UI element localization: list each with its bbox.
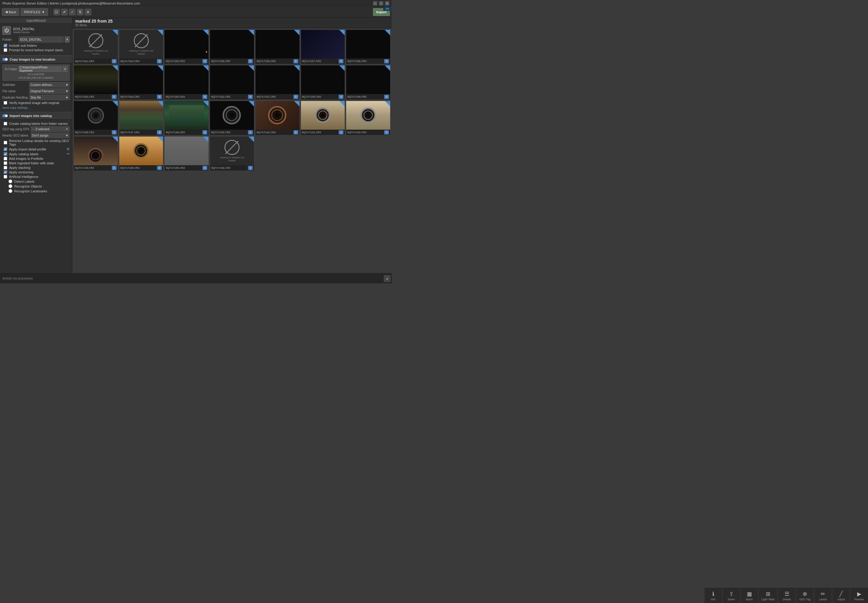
recognize-objects-label: Recognize Objects xyxy=(14,184,42,188)
recognize-landmarks-radio[interactable] xyxy=(8,189,12,193)
image-cell[interactable]: 8Q7A7141.CR20 xyxy=(301,101,345,135)
reverse-lookup-label: Reverse Lookup details for existing GEO … xyxy=(9,139,69,146)
more-settings-link[interactable]: more copy settings... xyxy=(2,106,30,110)
reverse-lookup-checkbox[interactable] xyxy=(4,141,7,144)
verify-checkbox[interactable] xyxy=(4,101,7,105)
create-labels-checkbox[interactable] xyxy=(4,122,7,125)
image-cell[interactable]: missing or medium notloaded 8Q7A7161.CR2… xyxy=(74,29,118,64)
verify-label: Verify ingested image with original xyxy=(9,101,59,105)
image-thumbnail xyxy=(165,136,208,165)
check2-button[interactable]: ✓ xyxy=(69,9,76,15)
to-folder-dropdown[interactable]: ▼ xyxy=(63,66,68,72)
title-bar: Photo Supreme Server Edition | Admin | p… xyxy=(0,0,392,7)
image-cell[interactable]: 8Q7A7151.CR20 xyxy=(255,65,300,100)
geo-clear-button[interactable]: ✕ xyxy=(65,127,68,131)
image-label: 8Q7A7148.CR20 xyxy=(74,130,118,135)
image-cell[interactable]: 8Q7A7139.CR20 xyxy=(74,136,118,171)
image-thumbnail: missing or medium notloaded xyxy=(119,30,163,59)
status-expand-button[interactable]: ▲ xyxy=(384,275,390,282)
apply-versioning-checkbox[interactable] xyxy=(4,170,7,174)
image-cell[interactable]: 8Q7A7155.CR20 xyxy=(74,65,118,100)
image-filename: 8Q7A7157.CR2 xyxy=(302,60,321,63)
image-cell[interactable]: 8Q7A7154.CR20 xyxy=(119,65,163,100)
apply-detail-checkbox[interactable] xyxy=(4,147,7,151)
selection-mark xyxy=(248,136,254,142)
import-toggle-switch[interactable] xyxy=(2,114,8,117)
image-thumbnail xyxy=(165,65,208,94)
image-label: 8Q7A7156.CR20 xyxy=(346,59,390,64)
image-cell[interactable]: 8Q7A7147.CR20 xyxy=(119,101,163,135)
image-filename: 8Q7A7145.CR2 xyxy=(211,131,230,134)
import-section-toggle[interactable]: Import images into catalog xyxy=(0,112,72,120)
window-controls[interactable]: ─ □ ✕ xyxy=(373,1,389,5)
mark-ingested-checkbox[interactable] xyxy=(4,161,7,165)
image-cell[interactable]: 8Q7A7140.CR20 xyxy=(346,101,390,135)
maximize-button[interactable]: □ xyxy=(379,1,383,5)
add-portfolio-checkbox[interactable] xyxy=(4,157,7,161)
image-cell[interactable]: 8Q7A7158.CR20 xyxy=(255,29,300,64)
missing-overlay: missing or medium notloaded xyxy=(210,136,254,165)
image-cell[interactable]: 8Q7A7142.CR20 xyxy=(255,101,300,135)
dup-value[interactable]: Skip file ▼ xyxy=(29,95,69,100)
image-thumbnail xyxy=(256,30,299,59)
image-badge: 0 xyxy=(384,95,389,99)
image-cell[interactable]: missing or medium notloaded 8Q7A7134.CR2… xyxy=(210,136,254,171)
minimize-button[interactable]: ─ xyxy=(373,1,377,5)
check-button[interactable]: ✔ xyxy=(61,9,68,15)
image-badge: 0 xyxy=(339,130,344,135)
selection-mark xyxy=(339,65,345,71)
image-badge: 0 xyxy=(112,59,117,63)
image-label: 8Q7A7161.CR20 xyxy=(74,59,118,64)
subfolder-value[interactable]: Custom defined... ▼ xyxy=(29,82,69,87)
filename-value[interactable]: Original Filename ▼ xyxy=(29,88,69,94)
filter-button[interactable]: ▾ xyxy=(85,9,91,15)
folder-dropdown-arrow[interactable]: ▼ xyxy=(65,37,69,43)
apply-catalog-checkbox[interactable] xyxy=(4,152,7,156)
disk-size-label: 474.8 GB (248 GB Available) xyxy=(5,76,68,79)
image-cell[interactable]: 8Q7A7153.CR20 xyxy=(164,65,209,100)
image-cell[interactable]: 8Q7A7135.CR20 xyxy=(164,136,209,171)
image-badge: 0 xyxy=(202,130,207,135)
image-label: 8Q7A7151.CR20 xyxy=(256,94,299,99)
back-button[interactable]: ◀ Back xyxy=(2,8,19,16)
image-cell[interactable]: 8Q7A7150.CR20 xyxy=(301,65,345,100)
geo-value[interactable]: ··· 0 selected ✕ xyxy=(31,126,69,132)
nearby-value[interactable]: Don't assign ▼ xyxy=(31,133,69,138)
image-cell[interactable]: 8Q7A7149.CR20 xyxy=(346,65,390,100)
image-cell[interactable]: 8Q7A7157.CR20 xyxy=(301,29,345,64)
image-cell[interactable]: 8Q7A7145.CR20 xyxy=(210,101,254,135)
detect-labels-radio[interactable] xyxy=(8,179,12,183)
image-thumbnail xyxy=(210,101,254,130)
image-cell[interactable]: 8Q7A7159.CR20 xyxy=(210,29,254,64)
folder-value[interactable]: EOS_DIGITAL xyxy=(19,37,63,43)
recognize-objects-radio[interactable] xyxy=(8,184,12,188)
image-cell[interactable]: 8Q7A7156.CR20 xyxy=(346,29,390,64)
apply-stacking-checkbox[interactable] xyxy=(4,166,7,169)
copy-section-toggle[interactable]: Copy images to new location xyxy=(0,56,72,63)
image-cell[interactable]: 8Q7A7138.CR20 xyxy=(119,136,163,171)
to-folder-value[interactable]: C:\Users\tacer\Photo Supreme\ xyxy=(19,66,62,72)
image-label: 8Q7A7149.CR20 xyxy=(346,94,390,99)
image-filename: 8Q7A7161.CR2 xyxy=(75,60,94,63)
check-all-button[interactable]: ☑ xyxy=(53,9,60,15)
close-button[interactable]: ✕ xyxy=(385,1,389,5)
prompt-event-checkbox[interactable] xyxy=(4,48,7,52)
ai-checkbox[interactable] xyxy=(4,175,7,178)
grid-subtitle: 25 Items xyxy=(75,23,113,27)
image-cell[interactable]: 8Q7A7152.CR20 xyxy=(210,65,254,100)
include-sub-checkbox[interactable] xyxy=(4,44,7,47)
image-filename: 8Q7A7158.CR2 xyxy=(257,60,276,63)
image-thumbnail xyxy=(119,101,163,130)
nearby-label: Nearby GEO labels xyxy=(2,134,29,137)
image-cell[interactable]: missing or medium notloaded 8Q7A7162.CR2… xyxy=(119,29,163,64)
copy-toggle-switch[interactable] xyxy=(2,58,8,61)
image-cell[interactable]: ▲8Q7A7160.CR20 xyxy=(164,29,209,64)
sort-button[interactable]: ⇅ xyxy=(77,9,83,15)
image-thumbnail xyxy=(301,65,345,94)
svg-point-15 xyxy=(91,152,100,160)
image-cell[interactable]: 8Q7A7148.CR20 xyxy=(74,101,118,135)
apply-catalog-row: Apply catalog labels ✏ xyxy=(2,152,69,156)
image-badge: 0 xyxy=(384,59,389,63)
image-cell[interactable]: 8Q7A7146.CR20 xyxy=(164,101,209,135)
profiles-button[interactable]: PROFILES ▼ xyxy=(20,8,48,16)
